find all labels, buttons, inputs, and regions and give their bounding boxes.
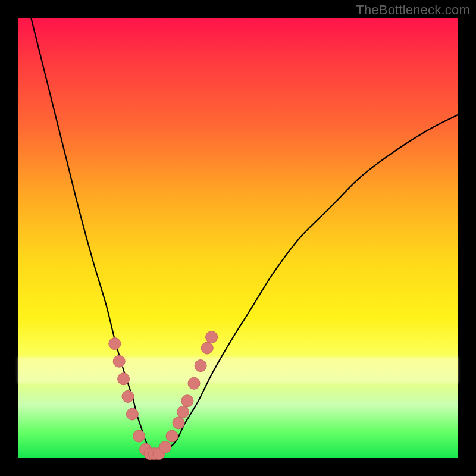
plot-area	[18, 18, 458, 458]
bottleneck-curve	[31, 18, 458, 455]
curve-marker	[126, 408, 138, 420]
curve-marker	[166, 430, 178, 442]
curve-svg	[18, 18, 458, 458]
curve-marker	[173, 417, 184, 429]
watermark-text: TheBottleneck.com	[356, 2, 470, 18]
curve-marker	[188, 377, 200, 389]
curve-marker	[113, 355, 125, 367]
curve-marker	[159, 441, 171, 453]
curve-marker	[181, 395, 193, 407]
curve-marker	[109, 338, 121, 350]
curve-marker	[118, 373, 130, 385]
curve-marker	[195, 360, 206, 372]
curve-marker	[206, 331, 218, 343]
curve-marker	[201, 342, 213, 354]
curve-marker	[133, 430, 145, 442]
curve-marker	[122, 390, 134, 402]
curve-marker	[177, 406, 189, 418]
chart-stage: TheBottleneck.com	[0, 0, 476, 476]
